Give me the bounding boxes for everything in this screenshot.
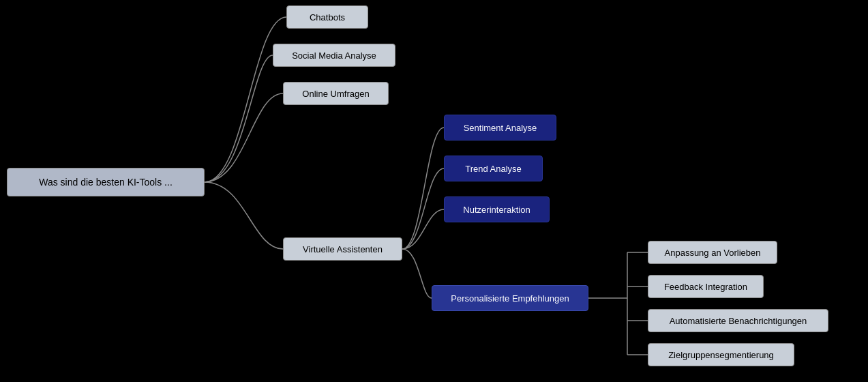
node-online-umfragen: Online Umfragen bbox=[283, 82, 389, 105]
node-root: Was sind die besten KI-Tools ... bbox=[7, 168, 205, 196]
node-trend-analyse: Trend Analyse bbox=[444, 156, 543, 181]
node-zielgruppensegmentierung: Zielgruppensegmentierung bbox=[648, 343, 794, 366]
node-virtuelle-assistenten: Virtuelle Assistenten bbox=[283, 237, 402, 261]
mind-map: Was sind die besten KI-Tools ... Chatbot… bbox=[0, 0, 868, 382]
node-anpassung: Anpassung an Vorlieben bbox=[648, 241, 777, 264]
node-sentiment-analyse: Sentiment Analyse bbox=[444, 115, 556, 141]
node-chatbots: Chatbots bbox=[286, 5, 368, 29]
node-automatisierte-benachrichtigungen: Automatisierte Benachrichtigungen bbox=[648, 309, 828, 332]
node-personalisierte-empfehlungen: Personalisierte Empfehlungen bbox=[432, 285, 588, 311]
node-nutzerinteraktion: Nutzerinteraktion bbox=[444, 196, 550, 222]
node-feedback-integration: Feedback Integration bbox=[648, 275, 764, 298]
node-social-media: Social Media Analyse bbox=[273, 44, 395, 67]
